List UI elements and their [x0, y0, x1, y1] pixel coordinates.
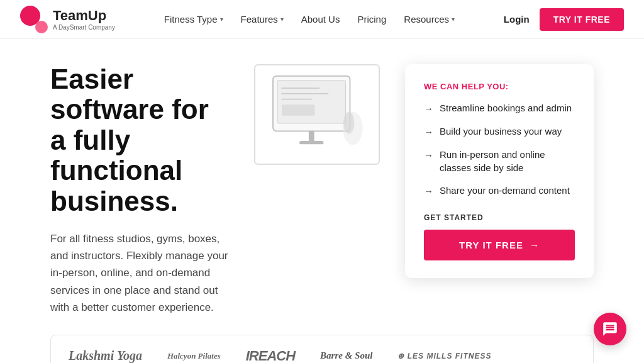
brand-name: TeamUp [53, 8, 115, 24]
card-item-text: Run in-person and online classes side by… [440, 148, 575, 176]
svg-rect-1 [277, 81, 346, 123]
card-help-label: WE CAN HELP YOU: [424, 82, 575, 91]
hero-illustration [254, 64, 380, 165]
hero-section: Easier software for a fully functional b… [0, 39, 644, 335]
monitor-svg [260, 70, 374, 159]
card-item-text: Streamline bookings and admin [440, 101, 572, 115]
nav-actions: Login TRY IT FREE [504, 8, 624, 31]
card-list-item: → Build your business your way [424, 125, 575, 139]
nav-about-us[interactable]: About Us [301, 14, 340, 25]
logo-item: Lakshmi Yoga [69, 349, 142, 363]
card-list-item: → Run in-person and online classes side … [424, 148, 575, 176]
hero-card: WE CAN HELP YOU: → Streamline bookings a… [405, 64, 594, 278]
arrow-icon: → [424, 148, 433, 162]
hero-description: For all fitness studios, gyms, boxes, an… [50, 230, 229, 316]
chevron-down-icon: ▾ [280, 16, 284, 23]
chat-bubble[interactable] [594, 313, 626, 345]
hero-illustration-container [254, 64, 380, 165]
cta-arrow-icon: → [530, 240, 540, 250]
logo-item: Halcyon Pilates [167, 351, 221, 361]
card-cta-button[interactable]: TRY IT FREE → [424, 230, 575, 260]
brand-sub: A DaySmart Company [53, 24, 115, 31]
logo-link[interactable]: TeamUp A DaySmart Company [20, 6, 115, 33]
nav-features[interactable]: Features ▾ [241, 14, 284, 25]
arrow-icon: → [424, 125, 433, 139]
svg-rect-7 [299, 141, 324, 144]
nav-links: Fitness Type ▾ Features ▾ About Us Prici… [164, 14, 455, 25]
login-button[interactable]: Login [504, 14, 530, 25]
chat-icon [602, 321, 618, 337]
try-free-button[interactable]: TRY IT FREE [540, 8, 624, 31]
logo-item: ⊕ LES MILLS FITNESS [397, 352, 491, 360]
logo-icon [20, 6, 48, 33]
logo-item: IREACH [246, 348, 295, 363]
card-item-text: Build your business your way [440, 125, 562, 138]
svg-point-9 [343, 112, 355, 134]
card-item-text: Share your on-demand content [440, 184, 570, 198]
card-cta-label: TRY IT FREE [459, 240, 523, 250]
arrow-icon: → [424, 102, 433, 116]
logos-box: Lakshmi Yoga Halcyon Pilates IREACH Barr… [50, 335, 594, 363]
card-get-started-label: GET STARTED [424, 213, 575, 222]
logo-item: Barre & Soul [320, 350, 372, 361]
logo-circle-small [35, 21, 48, 33]
arrow-icon: → [424, 184, 433, 198]
card-list-item: → Streamline bookings and admin [424, 101, 575, 116]
chevron-down-icon: ▾ [452, 16, 455, 23]
chevron-down-icon: ▾ [220, 16, 223, 23]
navbar: TeamUp A DaySmart Company Fitness Type ▾… [0, 0, 644, 39]
logos-section: Lakshmi Yoga Halcyon Pilates IREACH Barr… [50, 335, 594, 363]
svg-rect-6 [309, 131, 314, 141]
nav-resources[interactable]: Resources ▾ [404, 14, 455, 25]
hero-title: Easier software for a fully functional b… [50, 64, 229, 216]
card-list-item: → Share your on-demand content [424, 184, 575, 198]
nav-fitness-type[interactable]: Fitness Type ▾ [164, 14, 223, 25]
svg-rect-5 [282, 104, 315, 116]
nav-pricing[interactable]: Pricing [357, 14, 386, 25]
card-list: → Streamline bookings and admin → Build … [424, 101, 575, 198]
hero-left: Easier software for a fully functional b… [50, 64, 229, 316]
